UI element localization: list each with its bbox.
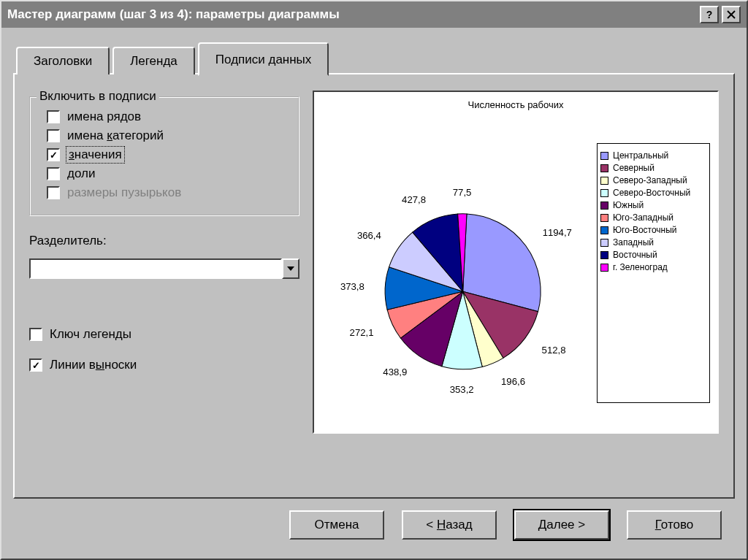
legend-item: Юго-Восточный bbox=[600, 225, 706, 235]
legend-item: Восточный bbox=[600, 250, 706, 260]
wizard-buttons: Отмена < Назад Далее > Готово bbox=[13, 499, 735, 550]
legend-swatch bbox=[600, 214, 608, 222]
legend-swatch bbox=[600, 239, 608, 247]
chart-preview: Численность рабочих 1194,7512,8196,6353,… bbox=[313, 91, 719, 434]
cancel-button[interactable]: Отмена bbox=[289, 510, 384, 540]
legend-label: Восточный bbox=[613, 250, 657, 260]
close-button[interactable] bbox=[722, 6, 741, 23]
separator-input[interactable] bbox=[29, 258, 282, 279]
options-column: Включить в подписи имена рядов имена кат… bbox=[29, 91, 299, 483]
close-icon bbox=[727, 10, 736, 19]
tab-datalabels[interactable]: Подписи данных bbox=[198, 42, 329, 76]
chart-title: Численность рабочих bbox=[314, 99, 717, 110]
pie-data-label: 272,1 bbox=[350, 327, 374, 338]
label-legend-key: Ключ легенды bbox=[50, 327, 131, 342]
legend-label: Северо-Восточный bbox=[613, 188, 690, 198]
svg-marker-2 bbox=[287, 266, 294, 271]
checkbox-category-names[interactable] bbox=[47, 129, 60, 142]
legend-label: Юго-Западный bbox=[613, 212, 673, 223]
dialog-window: Мастер диаграмм (шаг 3 из 4): параметры … bbox=[0, 0, 748, 560]
label-percentages: доли bbox=[67, 166, 95, 181]
pie-data-label: 77,5 bbox=[453, 187, 472, 198]
tab-legend[interactable]: Легенда bbox=[112, 47, 195, 74]
checkbox-percentages[interactable] bbox=[47, 167, 60, 180]
checkbox-values[interactable] bbox=[47, 148, 60, 161]
pie-data-label: 196,6 bbox=[501, 376, 525, 387]
checkbox-legend-key[interactable] bbox=[29, 328, 42, 341]
pie-data-label: 353,2 bbox=[450, 384, 474, 395]
legend-swatch bbox=[600, 226, 608, 234]
pie-data-label: 438,9 bbox=[383, 367, 407, 377]
label-values: значения bbox=[67, 147, 123, 162]
row-bubble-sizes: размеры пузырьков bbox=[47, 185, 288, 200]
separator-combo[interactable] bbox=[29, 258, 299, 279]
label-series-names: имена рядов bbox=[67, 110, 141, 124]
row-series-names: имена рядов bbox=[47, 110, 288, 124]
pie-area: 1194,7512,8196,6353,2438,9272,1373,8366,… bbox=[314, 121, 597, 432]
legend-swatch bbox=[600, 152, 608, 160]
dialog-content: Заголовки Легенда Подписи данных Включит… bbox=[1, 28, 747, 559]
legend-label: Юго-Восточный bbox=[613, 225, 677, 235]
tab-strip: Заголовки Легенда Подписи данных bbox=[16, 41, 735, 73]
preview-column: Численность рабочих 1194,7512,8196,6353,… bbox=[313, 91, 719, 483]
checkbox-bubble-sizes bbox=[47, 186, 60, 199]
next-button[interactable]: Далее > bbox=[514, 510, 609, 540]
legend-swatch bbox=[600, 189, 608, 197]
row-values: значения bbox=[47, 147, 288, 162]
legend-swatch bbox=[600, 251, 608, 259]
legend-label: Центральный bbox=[613, 150, 668, 161]
titlebar: Мастер диаграмм (шаг 3 из 4): параметры … bbox=[1, 1, 747, 28]
separator-dropdown-button[interactable] bbox=[282, 258, 299, 279]
back-button[interactable]: < Назад bbox=[402, 510, 497, 540]
legend-swatch bbox=[600, 264, 608, 272]
chevron-down-icon bbox=[287, 266, 294, 271]
checkbox-series-names[interactable] bbox=[47, 110, 60, 123]
legend-swatch bbox=[600, 164, 608, 172]
legend-swatch bbox=[600, 177, 608, 185]
checkbox-leader-lines[interactable] bbox=[29, 358, 42, 372]
label-category-names: имена категорий bbox=[67, 129, 164, 143]
legend-swatch bbox=[600, 202, 608, 210]
legend-item: Южный bbox=[600, 200, 706, 210]
group-title: Включить в подписи bbox=[37, 89, 159, 104]
include-in-labels-group: Включить в подписи имена рядов имена кат… bbox=[29, 96, 299, 216]
label-bubble-sizes: размеры пузырьков bbox=[67, 185, 181, 200]
pie-data-label: 366,4 bbox=[357, 230, 381, 241]
pie-data-label: 373,8 bbox=[340, 281, 365, 292]
legend-item: Северный bbox=[600, 163, 706, 173]
legend-item: Центральный bbox=[600, 150, 706, 161]
label-leader-lines: Линии выноски bbox=[50, 358, 137, 372]
row-leader-lines: Линии выноски bbox=[29, 358, 299, 372]
legend-label: Северо-Западный bbox=[613, 175, 687, 185]
tab-panel: Включить в подписи имена рядов имена кат… bbox=[13, 73, 735, 499]
legend-item: Западный bbox=[600, 237, 706, 248]
separator-label: Разделитель: bbox=[29, 234, 299, 248]
finish-button[interactable]: Готово bbox=[627, 510, 722, 540]
legend-item: г. Зеленоград bbox=[600, 262, 706, 272]
row-category-names: имена категорий bbox=[47, 129, 288, 143]
pie-data-label: 427,8 bbox=[402, 194, 426, 205]
legend-item: Северо-Западный bbox=[600, 175, 706, 185]
row-percentages: доли bbox=[47, 166, 288, 181]
legend-label: Западный bbox=[613, 237, 654, 248]
chart-body: 1194,7512,8196,6353,2438,9272,1373,8366,… bbox=[314, 121, 717, 432]
pie-data-label: 512,8 bbox=[542, 345, 566, 356]
help-button[interactable]: ? bbox=[700, 6, 719, 23]
legend-label: Северный bbox=[613, 163, 654, 173]
pie-data-label: 1194,7 bbox=[543, 227, 572, 238]
legend-item: Юго-Западный bbox=[600, 212, 706, 223]
pie-svg: 1194,7512,8196,6353,2438,9272,1373,8366,… bbox=[314, 121, 597, 432]
chart-legend: ЦентральныйСеверныйСеверо-ЗападныйСеверо… bbox=[597, 143, 710, 403]
tab-headers[interactable]: Заголовки bbox=[16, 47, 110, 74]
row-legend-key: Ключ легенды bbox=[29, 327, 299, 342]
legend-item: Северо-Восточный bbox=[600, 188, 706, 198]
window-title: Мастер диаграмм (шаг 3 из 4): параметры … bbox=[7, 7, 697, 22]
legend-label: г. Зеленоград bbox=[613, 262, 668, 272]
legend-label: Южный bbox=[613, 200, 644, 210]
